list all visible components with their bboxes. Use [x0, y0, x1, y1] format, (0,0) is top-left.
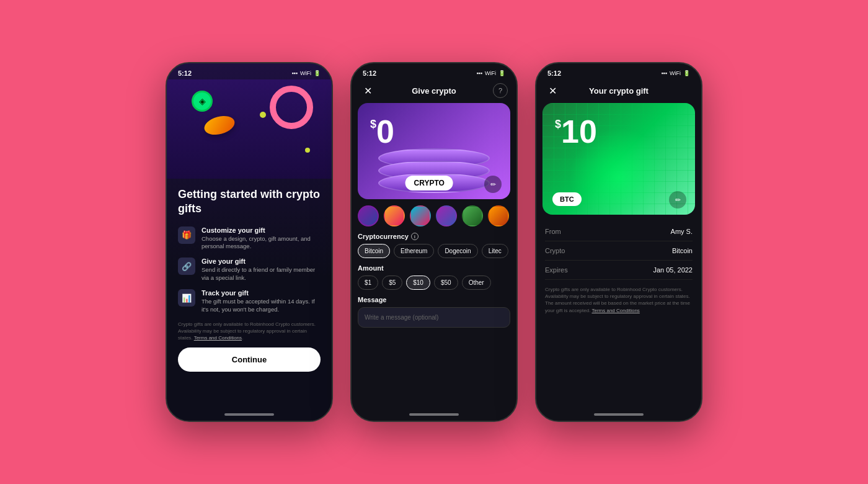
battery-icon-3: 🔋 [683, 70, 690, 76]
green-dollar: $ [555, 118, 561, 131]
phone2-title: Give crypto [412, 86, 456, 96]
give-title: Give your gift [202, 258, 321, 265]
avatar-row [352, 205, 516, 233]
crypto-label-3: Crypto [545, 247, 565, 254]
page-title: Getting started with crypto gifts [178, 187, 321, 217]
disclaimer-1: Crypto gifts are only available to Robin… [178, 321, 321, 342]
wifi-icon-2: WiFi [485, 70, 496, 76]
pill-other[interactable]: Other [462, 276, 491, 290]
phone-3: 5:12 ▪▪▪ WiFi 🔋 ✕ Your crypto gift $ 10 … [535, 62, 702, 422]
continue-button[interactable]: Continue [178, 347, 321, 372]
pill-10[interactable]: $10 [406, 276, 430, 290]
phone-1: 5:12 ▪▪▪ WiFi 🔋 Getting started with cry… [166, 62, 333, 422]
phone-2: 5:12 ▪▪▪ WiFi 🔋 ✕ Give crypto ? $ 0 CRYP… [350, 62, 518, 422]
wifi-icon: WiFi [300, 70, 311, 76]
customize-icon: 🎁 [178, 226, 195, 244]
avatar-6[interactable] [488, 205, 509, 226]
signal-icon-3: ▪▪▪ [661, 70, 667, 76]
customize-title: Customize your gift [202, 226, 321, 234]
close-button-2[interactable]: ✕ [360, 83, 375, 98]
battery-icon-2: 🔋 [498, 70, 505, 76]
from-value: Amy S. [671, 228, 693, 235]
phone3-title: Your crypto gift [589, 86, 649, 96]
status-bar-3: 5:12 ▪▪▪ WiFi 🔋 [536, 63, 701, 79]
status-icons-1: ▪▪▪ WiFi 🔋 [291, 70, 321, 76]
green-card: $ 10 BTC ✏ [542, 103, 695, 215]
pill-50[interactable]: $50 [434, 276, 458, 290]
avatar-3[interactable] [410, 205, 431, 226]
feature-track: 📊 Track your gift The gift must be accep… [178, 289, 321, 313]
terms-link-1[interactable]: Terms and Conditions [194, 335, 242, 341]
home-indicator-3 [594, 413, 644, 416]
cryptocurrency-pills: Bitcoin Ethereum Dogecoin Litec [358, 244, 510, 258]
give-desc: Send it directly to a friend or family m… [202, 266, 321, 282]
track-icon: 📊 [178, 289, 195, 307]
yellow-dot-1 [260, 112, 266, 118]
edit-card-button[interactable]: ✏ [484, 176, 502, 193]
phone2-body: Cryptocurrency i Bitcoin Ethereum Dogeco… [352, 233, 516, 410]
customize-desc: Choose a design, crypto, gift amount, an… [202, 235, 321, 251]
feature-customize: 🎁 Customize your gift Choose a design, c… [178, 226, 321, 251]
phone3-header: ✕ Your crypto gift [536, 79, 701, 103]
pill-bitcoin[interactable]: Bitcoin [358, 244, 390, 258]
from-label: From [545, 228, 561, 235]
info-row-expires: Expires Jan 05, 2022 [545, 261, 693, 280]
feature-give-text: Give your gift Send it directly to a fri… [202, 258, 321, 282]
avatar-2[interactable] [384, 205, 405, 226]
green-num: 10 [561, 115, 597, 148]
status-bar-1: 5:12 ▪▪▪ WiFi 🔋 [167, 63, 332, 79]
edit-card-button-3[interactable]: ✏ [669, 191, 686, 208]
pill-dogecoin[interactable]: Dogecoin [438, 244, 477, 258]
message-input[interactable]: Write a message (optional) [358, 307, 510, 328]
pill-ethereum[interactable]: Ethereum [394, 244, 434, 258]
info-icon-crypto[interactable]: i [411, 233, 418, 240]
wifi-icon-3: WiFi [670, 70, 681, 76]
pill-5[interactable]: $5 [382, 276, 402, 290]
home-indicator-2 [409, 413, 459, 416]
crypto-value-3: Bitcoin [672, 247, 693, 254]
status-time-2: 5:12 [363, 69, 376, 77]
terms-link-3[interactable]: Terms and Conditions [591, 308, 639, 313]
phone3-body: From Amy S. Crypto Bitcoin Expires Jan 0… [536, 222, 701, 410]
pink-ring [270, 86, 313, 129]
info-row-crypto: Crypto Bitcoin [545, 241, 693, 261]
battery-icon: 🔋 [314, 70, 321, 76]
btc-pill: BTC [552, 192, 582, 206]
status-bar-2: 5:12 ▪▪▪ WiFi 🔋 [352, 63, 516, 79]
pill-litecoin[interactable]: Litec [482, 244, 508, 258]
message-label: Message [358, 296, 510, 303]
status-time-1: 5:12 [178, 69, 192, 77]
crypto-card: $ 0 CRYPTO ✏ [358, 103, 510, 199]
track-title: Track your gift [202, 289, 321, 297]
avatar-5[interactable] [462, 205, 483, 226]
give-icon: 🔗 [178, 258, 195, 275]
avatar-1[interactable] [358, 205, 379, 226]
amount-pills: $1 $5 $10 $50 Other [358, 276, 510, 290]
expires-value: Jan 05, 2022 [653, 266, 693, 274]
green-coin [192, 91, 213, 112]
info-row-from: From Amy S. [545, 222, 693, 241]
amount-label: Amount [358, 264, 510, 272]
cryptocurrency-label: Cryptocurrency i [358, 233, 510, 240]
disclaimer-3: Crypto gifts are only available to Robin… [545, 286, 693, 314]
pill-1[interactable]: $1 [358, 276, 378, 290]
signal-icon-2: ▪▪▪ [476, 70, 482, 76]
hero-illustration [167, 79, 332, 179]
status-time-3: 5:12 [547, 69, 561, 77]
track-desc: The gift must be accepted within 14 days… [202, 298, 321, 313]
expires-label: Expires [545, 266, 568, 274]
home-indicator-1 [224, 413, 274, 416]
avatar-4[interactable] [436, 205, 457, 226]
feature-give: 🔗 Give your gift Send it directly to a f… [178, 258, 321, 282]
crypto-label-pill: CRYPTO [405, 176, 453, 190]
feature-customize-text: Customize your gift Choose a design, cry… [202, 226, 321, 251]
phone2-header: ✕ Give crypto ? [352, 79, 516, 103]
orange-coin [202, 113, 237, 138]
phone1-content: Getting started with crypto gifts 🎁 Cust… [167, 179, 332, 410]
close-button-3[interactable]: ✕ [545, 83, 560, 98]
green-amount: $ 10 [555, 115, 597, 148]
status-icons-3: ▪▪▪ WiFi 🔋 [661, 70, 690, 76]
status-icons-2: ▪▪▪ WiFi 🔋 [476, 70, 505, 76]
feature-track-text: Track your gift The gift must be accepte… [202, 289, 321, 313]
help-button[interactable]: ? [493, 83, 508, 98]
